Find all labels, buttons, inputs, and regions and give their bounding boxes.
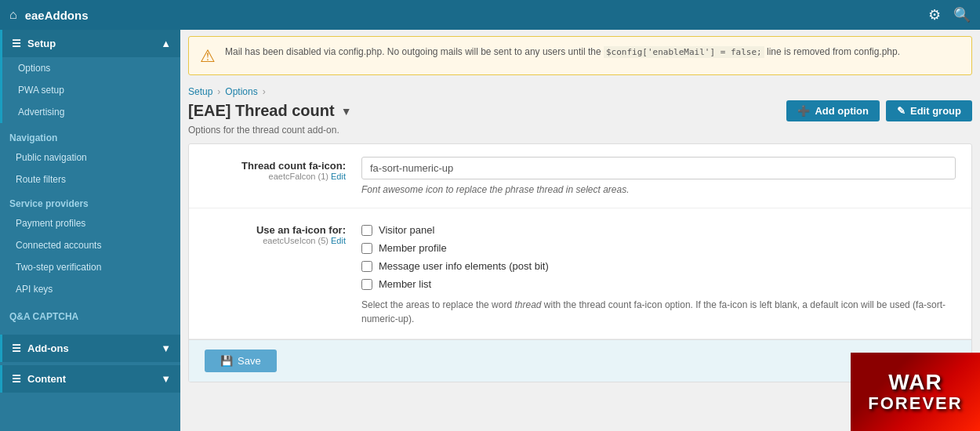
- breadcrumb-sep2: ›: [263, 86, 266, 97]
- add-option-button[interactable]: ➕ Add option: [786, 100, 880, 121]
- sidebar-item-options[interactable]: Options: [2, 57, 180, 79]
- sidebar-header-setup[interactable]: ☰ Setup ▲: [2, 30, 180, 57]
- page-header: [EAE] Thread count ▼ ➕ Add option ✎ Edit…: [188, 100, 972, 121]
- checkbox-visitor-panel[interactable]: Visitor panel: [361, 224, 956, 236]
- edit-group-icon: ✎: [897, 105, 906, 117]
- checkbox-member-list-input[interactable]: [361, 279, 372, 290]
- addons-label: Add-ons: [27, 342, 69, 354]
- war-text: WAR FOREVER: [868, 371, 962, 414]
- use-icon-help-text: Select the areas to replace the word thr…: [361, 298, 956, 326]
- sidebar: ☰ Setup ▲ Options PWA setup Advertising …: [0, 30, 180, 431]
- add-option-icon: ➕: [797, 105, 810, 117]
- save-button[interactable]: 💾 Save: [205, 350, 277, 372]
- content-icon: ☰: [12, 373, 21, 385]
- sidebar-section-setup: ☰ Setup ▲ Options PWA setup Advertising: [0, 30, 180, 123]
- warning-text: Mail has been disabled via config.php. N…: [225, 45, 900, 60]
- setup-chevron-icon: ▲: [161, 38, 171, 49]
- thread-count-icon-input[interactable]: [361, 157, 956, 179]
- sidebar-item-advertising[interactable]: Advertising: [2, 101, 180, 123]
- breadcrumb-options[interactable]: Options: [225, 86, 257, 97]
- sidebar-qa-label: Q&A CAPTCHA: [0, 300, 180, 325]
- page-title: [EAE] Thread count ▼: [188, 102, 352, 120]
- sidebar-section-addons: ☰ Add-ons ▼: [0, 335, 180, 362]
- breadcrumb: Setup › Options ›: [188, 81, 972, 100]
- edit-group-button[interactable]: ✎ Edit group: [886, 100, 972, 121]
- checkbox-member-profile[interactable]: Member profile: [361, 242, 956, 254]
- breadcrumb-sep1: ›: [217, 86, 220, 97]
- topbar: ⌂ eaeAddons ⚙ 🔍: [0, 0, 980, 30]
- warning-banner: ⚠ Mail has been disabled via config.php.…: [188, 36, 972, 75]
- sidebar-section-content: ☰ Content ▼: [0, 365, 180, 393]
- top-icons: ⚙ 🔍: [928, 6, 971, 24]
- app-name: eaeAddons: [25, 9, 928, 22]
- sidebar-item-route-filters[interactable]: Route filters: [0, 168, 180, 190]
- checkbox-msg-user-info[interactable]: Message user info elements (post bit): [361, 260, 956, 272]
- icon-field-hint: Font awesome icon to replace the phrase …: [361, 184, 956, 195]
- sidebar-item-apikeys[interactable]: API keys: [0, 278, 180, 300]
- title-dropdown-icon[interactable]: ▼: [341, 105, 352, 118]
- icon-sublabel: eaetcFalcon (1) Edit: [205, 172, 346, 181]
- options-panel: Thread count fa-icon: eaetcFalcon (1) Ed…: [188, 143, 972, 382]
- icon-edit-link[interactable]: Edit: [331, 172, 346, 181]
- save-icon: 💾: [220, 355, 233, 367]
- warning-code: $config['enableMail'] = false;: [604, 46, 764, 58]
- sidebar-item-public-nav[interactable]: Public navigation: [0, 147, 180, 168]
- options-row-icon: Thread count fa-icon: eaetcFalcon (1) Ed…: [189, 144, 971, 208]
- checkbox-member-list[interactable]: Member list: [361, 278, 956, 290]
- sidebar-service-label: Service providers: [0, 190, 180, 212]
- checkbox-group: Visitor panel Member profile Message use…: [361, 224, 956, 290]
- war-image: WAR FOREVER: [851, 353, 980, 431]
- checkbox-msg-user-info-input[interactable]: [361, 261, 372, 272]
- sidebar-header-content[interactable]: ☰ Content ▼: [2, 365, 180, 393]
- content-chevron-icon: ▼: [161, 373, 171, 385]
- page-subtitle: Options for the thread count add-on.: [188, 125, 972, 136]
- setup-label: Setup: [27, 38, 56, 49]
- addons-chevron-icon: ▼: [161, 342, 171, 354]
- search-icon[interactable]: 🔍: [953, 6, 971, 24]
- use-icon-sublabel: eaetcUseIcon (5) Edit: [205, 236, 346, 245]
- options-row-use-icon: Use an fa-icon for: eaetcUseIcon (5) Edi…: [189, 208, 971, 339]
- use-icon-edit-link[interactable]: Edit: [331, 236, 346, 245]
- settings-icon[interactable]: ⚙: [928, 6, 941, 24]
- home-icon[interactable]: ⌂: [9, 8, 17, 22]
- checkbox-member-profile-input[interactable]: [361, 243, 372, 254]
- main-layout: ☰ Setup ▲ Options PWA setup Advertising …: [0, 30, 980, 431]
- icon-label: Thread count fa-icon: eaetcFalcon (1) Ed…: [205, 157, 361, 181]
- header-buttons: ➕ Add option ✎ Edit group: [786, 100, 972, 121]
- setup-icon: ☰: [12, 38, 21, 49]
- use-icon-label: Use an fa-icon for: eaetcUseIcon (5) Edi…: [205, 221, 361, 245]
- icon-field-col: Font awesome icon to replace the phrase …: [361, 157, 956, 195]
- use-icon-field-col: Visitor panel Member profile Message use…: [361, 221, 956, 326]
- sidebar-item-connected[interactable]: Connected accounts: [0, 234, 180, 256]
- checkbox-visitor-panel-input[interactable]: [361, 225, 372, 236]
- sidebar-item-twostep[interactable]: Two-step verification: [0, 256, 180, 278]
- sidebar-item-pwa[interactable]: PWA setup: [2, 79, 180, 101]
- sidebar-nav-label: Navigation: [0, 125, 180, 147]
- sidebar-header-addons[interactable]: ☰ Add-ons ▼: [2, 335, 180, 362]
- content-label: Content: [27, 373, 66, 385]
- addons-icon: ☰: [12, 342, 21, 354]
- warning-icon: ⚠: [200, 46, 216, 67]
- breadcrumb-setup[interactable]: Setup: [188, 86, 212, 97]
- sidebar-item-payment[interactable]: Payment profiles: [0, 212, 180, 234]
